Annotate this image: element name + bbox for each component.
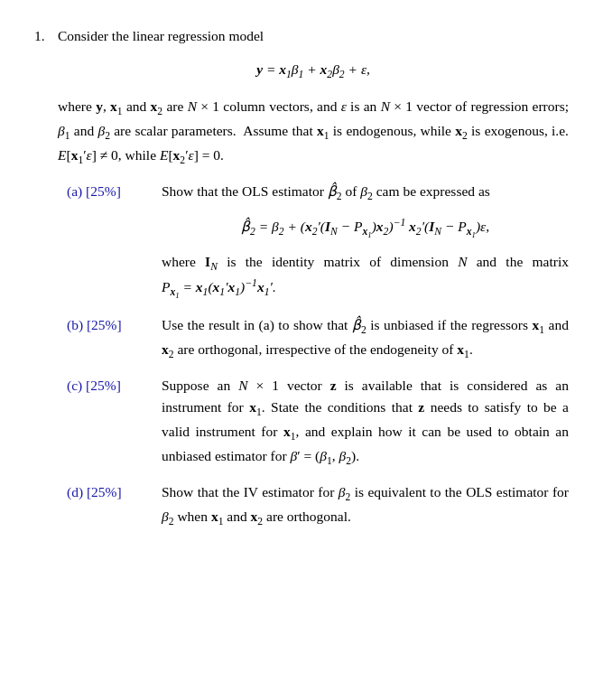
part-c-text: Suppose an N × 1 vector z is available t… (162, 378, 569, 463)
part-c: (c) [25%] Suppose an N × 1 vector z is a… (58, 375, 569, 470)
part-b-text: Use the result in (a) to show that β̂2 i… (162, 317, 569, 357)
part-a-label: (a) [25%] (67, 181, 162, 202)
part-d: (d) [25%] Show that the IV estimator for… (58, 481, 569, 530)
part-a-equation: β̂2 = β2 + (x2′(IN − Px1)x2)−1 x2′(IN − … (162, 215, 569, 242)
intro-text: Consider the linear regression model (58, 25, 569, 47)
part-c-content: Suppose an N × 1 vector z is available t… (162, 375, 569, 470)
part-b-label: (b) [25%] (67, 314, 162, 336)
part-a-text-after: where IN is the identity matrix of dimen… (162, 254, 569, 294)
problem-content: Consider the linear regression model y =… (58, 25, 569, 543)
part-a-content: Show that the OLS estimator β̂2 of β2 ca… (162, 181, 569, 302)
para1: where y, x1 and x2 are N × 1 column vect… (58, 96, 569, 169)
part-a: (a) [25%] Show that the OLS estimator β̂… (58, 181, 569, 302)
main-equation: y = x1β1 + x2β2 + ε, (58, 59, 569, 83)
part-c-label: (c) [25%] (67, 375, 162, 397)
part-b-content: Use the result in (a) to show that β̂2 i… (162, 314, 569, 363)
part-a-text-before: Show that the OLS estimator β̂2 of β2 ca… (162, 183, 490, 199)
part-b: (b) [25%] Use the result in (a) to show … (58, 314, 569, 363)
problem-number: 1. (34, 25, 58, 47)
part-d-label: (d) [25%] (67, 481, 162, 503)
problem-container: 1. Consider the linear regression model … (34, 25, 569, 543)
part-d-content: Show that the IV estimator for β2 is equ… (162, 481, 569, 530)
part-d-text: Show that the IV estimator for β2 is equ… (162, 484, 569, 524)
